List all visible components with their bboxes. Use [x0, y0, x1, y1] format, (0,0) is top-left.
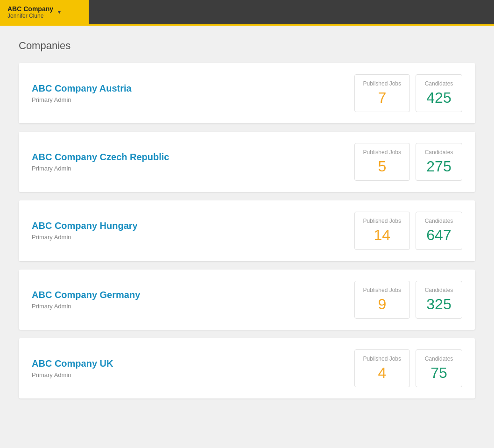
company-role: Primary Admin [32, 303, 140, 310]
stats-container: Published Jobs 5 Candidates 275 [354, 143, 462, 181]
candidates-label: Candidates [424, 287, 453, 293]
candidates-value: 75 [424, 365, 453, 381]
company-info: ABC Company Czech Republic Primary Admin [32, 152, 169, 172]
stats-container: Published Jobs 7 Candidates 425 [354, 74, 462, 112]
published-jobs-label: Published Jobs [363, 356, 401, 362]
companies-list: ABC Company Austria Primary Admin Publis… [19, 63, 475, 398]
candidates-stat: Candidates 75 [416, 349, 462, 387]
company-role: Primary Admin [32, 371, 113, 378]
candidates-value: 425 [424, 90, 453, 106]
header: ABC Company Jennifer Clune ▾ [0, 0, 494, 26]
company-card: ABC Company Germany Primary Admin Publis… [19, 270, 475, 330]
candidates-value: 647 [424, 227, 453, 243]
published-jobs-stat: Published Jobs 7 [354, 74, 410, 112]
company-name-link[interactable]: ABC Company UK [32, 358, 113, 369]
page-title: Companies [19, 40, 475, 52]
candidates-label: Candidates [424, 149, 453, 156]
company-role: Primary Admin [32, 234, 138, 241]
published-jobs-value: 4 [363, 365, 401, 381]
published-jobs-stat: Published Jobs 5 [354, 143, 410, 181]
candidates-value: 275 [424, 158, 453, 175]
published-jobs-value: 5 [363, 158, 401, 175]
header-company-text: ABC Company Jennifer Clune [7, 5, 53, 19]
company-name-link[interactable]: ABC Company Hungary [32, 220, 138, 231]
candidates-stat: Candidates 325 [416, 281, 462, 319]
company-info: ABC Company Austria Primary Admin [32, 83, 132, 103]
candidates-value: 325 [424, 296, 453, 313]
stats-container: Published Jobs 4 Candidates 75 [354, 349, 462, 387]
published-jobs-value: 14 [363, 227, 401, 243]
published-jobs-stat: Published Jobs 9 [354, 281, 410, 319]
company-info: ABC Company Germany Primary Admin [32, 290, 140, 310]
candidates-stat: Candidates 425 [416, 74, 462, 112]
company-info: ABC Company UK Primary Admin [32, 358, 113, 378]
company-card: ABC Company Hungary Primary Admin Publis… [19, 200, 475, 261]
published-jobs-label: Published Jobs [363, 218, 401, 224]
company-card: ABC Company Austria Primary Admin Publis… [19, 63, 475, 123]
company-role: Primary Admin [32, 96, 132, 103]
candidates-label: Candidates [424, 218, 453, 224]
company-selector[interactable]: ABC Company Jennifer Clune ▾ [0, 0, 89, 24]
published-jobs-stat: Published Jobs 14 [354, 212, 410, 249]
candidates-stat: Candidates 275 [416, 143, 462, 181]
published-jobs-label: Published Jobs [363, 287, 401, 293]
header-user-name: Jennifer Clune [7, 13, 53, 19]
company-role: Primary Admin [32, 165, 169, 172]
company-name-link[interactable]: ABC Company Czech Republic [32, 152, 169, 163]
company-card: ABC Company Czech Republic Primary Admin… [19, 132, 475, 192]
published-jobs-value: 7 [363, 90, 401, 106]
stats-container: Published Jobs 14 Candidates 647 [354, 212, 462, 249]
company-card: ABC Company UK Primary Admin Published J… [19, 338, 475, 398]
published-jobs-value: 9 [363, 296, 401, 313]
company-name-link[interactable]: ABC Company Germany [32, 290, 140, 300]
published-jobs-stat: Published Jobs 4 [354, 349, 410, 387]
company-info: ABC Company Hungary Primary Admin [32, 220, 138, 241]
chevron-down-icon: ▾ [58, 9, 61, 15]
header-company-name: ABC Company [7, 5, 53, 13]
company-name-link[interactable]: ABC Company Austria [32, 83, 132, 94]
published-jobs-label: Published Jobs [363, 80, 401, 87]
main-content: Companies ABC Company Austria Primary Ad… [0, 26, 494, 421]
published-jobs-label: Published Jobs [363, 149, 401, 156]
candidates-label: Candidates [424, 80, 453, 87]
candidates-label: Candidates [424, 356, 453, 362]
candidates-stat: Candidates 647 [416, 212, 462, 249]
stats-container: Published Jobs 9 Candidates 325 [354, 281, 462, 319]
